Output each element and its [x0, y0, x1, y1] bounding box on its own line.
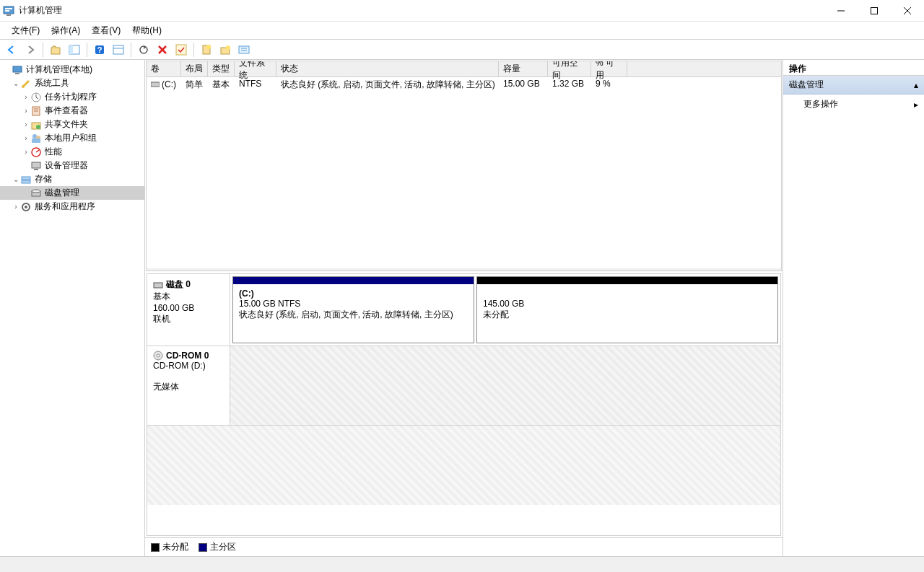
volume-free: 1.32 GB	[548, 77, 591, 92]
svg-rect-24	[13, 66, 22, 72]
services-icon	[20, 201, 32, 213]
menu-help[interactable]: 帮助(H)	[126, 22, 167, 39]
svg-rect-35	[32, 138, 40, 143]
volume-list-header: 卷 布局 类型 文件系统 状态 容量 可用空间 % 可用	[147, 61, 781, 77]
tree-label: 本地用户和组	[45, 132, 97, 144]
svg-point-26	[22, 85, 25, 88]
expand-toggle-icon[interactable]: ›	[22, 93, 30, 101]
disk-icon	[30, 188, 42, 199]
column-header[interactable]: 文件系统	[235, 61, 276, 76]
partition-size-fs: 15.00 GB NTFS	[239, 299, 468, 309]
column-header[interactable]: 可用空间	[548, 61, 591, 76]
svg-rect-39	[22, 177, 30, 180]
help-button[interactable]: ?	[91, 41, 108, 58]
expand-toggle-icon[interactable]: ›	[22, 107, 30, 115]
svg-point-42	[32, 190, 40, 193]
column-header[interactable]: 状态	[276, 61, 499, 76]
tree-shared-folders[interactable]: › 共享文件夹	[0, 118, 144, 131]
menu-bar: 文件(F) 操作(A) 查看(V) 帮助(H)	[0, 22, 924, 40]
minimize-button[interactable]	[824, 0, 858, 22]
disk-status: 无媒体	[153, 381, 224, 393]
menu-file[interactable]: 文件(F)	[6, 22, 45, 39]
disk-name-label: CD-ROM 0	[166, 351, 209, 361]
legend-label: 未分配	[162, 541, 188, 553]
actions-more[interactable]: 更多操作 ▸	[783, 94, 924, 114]
expand-toggle-icon[interactable]: ›	[22, 134, 30, 142]
tree-label: 系统工具	[35, 77, 69, 89]
tree-label: 计算机管理(本地)	[26, 63, 92, 76]
collapse-icon: ▴	[914, 80, 918, 90]
volume-list[interactable]: 卷 布局 类型 文件系统 状态 容量 可用空间 % 可用 (C:) 简单 基本 …	[147, 61, 781, 270]
svg-rect-10	[69, 45, 73, 54]
volume-pct: 9 %	[591, 77, 627, 92]
new2-button[interactable]	[217, 41, 234, 58]
disk-type: CD-ROM (D:)	[153, 361, 224, 371]
tree-services[interactable]: › 服务和应用程序	[0, 200, 144, 214]
tree-storage[interactable]: ⌄ 存储	[0, 172, 144, 186]
tree-label: 共享文件夹	[45, 118, 88, 131]
menu-action[interactable]: 操作(A)	[45, 22, 86, 39]
partition-name: (C:)	[239, 289, 468, 299]
menu-view[interactable]: 查看(V)	[86, 22, 126, 39]
volume-name: (C:)	[162, 79, 176, 89]
volume-layout: 简单	[181, 77, 208, 92]
partition-c[interactable]: (C:) 15.00 GB NTFS 状态良好 (系统, 启动, 页面文件, 活…	[232, 276, 474, 343]
new-button[interactable]	[198, 41, 215, 58]
refresh-button[interactable]	[135, 41, 152, 58]
volume-status: 状态良好 (系统, 启动, 页面文件, 活动, 故障转储, 主分区)	[276, 77, 499, 92]
drive-icon	[151, 80, 160, 89]
app-icon	[3, 5, 14, 17]
disk-name-label: 磁盘 0	[166, 278, 191, 291]
column-header[interactable]: 卷	[147, 61, 181, 76]
show-hide-tree-button[interactable]	[66, 41, 83, 58]
column-header[interactable]: 类型	[208, 61, 235, 76]
svg-rect-37	[32, 162, 40, 168]
disk-row[interactable]: 磁盘 0 基本 160.00 GB 联机 (C:) 15.00 GB NTFS …	[147, 274, 780, 346]
disk-management-view: 卷 布局 类型 文件系统 状态 容量 可用空间 % 可用 (C:) 简单 基本 …	[145, 60, 783, 556]
svg-rect-3	[6, 14, 11, 16]
column-header[interactable]: 布局	[181, 61, 208, 76]
tree-label: 任务计划程序	[45, 91, 97, 103]
check-button[interactable]	[173, 41, 190, 58]
column-header[interactable]: 容量	[499, 61, 548, 76]
collapse-toggle-icon[interactable]: ⌄	[12, 175, 20, 183]
maximize-button[interactable]	[858, 0, 891, 22]
actions-section-disk-management[interactable]: 磁盘管理 ▴	[783, 76, 924, 94]
tree-event-viewer[interactable]: › 事件查看器	[0, 104, 144, 118]
disk-type: 基本	[153, 291, 224, 303]
volume-fs: NTFS	[235, 77, 276, 92]
svg-rect-45	[151, 82, 160, 87]
tree-performance[interactable]: › 性能	[0, 145, 144, 159]
partition-size: 145.00 GB	[483, 299, 772, 309]
collapse-toggle-icon[interactable]: ⌄	[12, 79, 20, 87]
tree-device-manager[interactable]: 设备管理器	[0, 159, 144, 172]
tree-system-tools[interactable]: ⌄ 系统工具	[0, 76, 144, 90]
properties-button[interactable]	[110, 41, 127, 58]
partition-header-primary	[233, 277, 474, 284]
tree-task-scheduler[interactable]: › 任务计划程序	[0, 90, 144, 104]
tree-disk-management[interactable]: 磁盘管理	[0, 186, 144, 200]
partition-header-unallocated	[477, 277, 777, 284]
tree-label: 存储	[35, 173, 52, 185]
tree-local-users[interactable]: › 本地用户和组	[0, 131, 144, 145]
up-button[interactable]	[47, 41, 64, 58]
legend-primary: 主分区	[199, 541, 236, 553]
column-header[interactable]: % 可用	[591, 61, 627, 76]
close-button[interactable]	[891, 0, 924, 22]
computer-icon	[12, 64, 23, 76]
disk-row[interactable]: CD-ROM 0 CD-ROM (D:) 无媒体	[147, 346, 780, 426]
partition-unallocated[interactable]: 145.00 GB 未分配	[476, 276, 778, 343]
back-button[interactable]	[3, 41, 20, 58]
tree-root[interactable]: 计算机管理(本地)	[0, 63, 144, 76]
expand-toggle-icon[interactable]: ›	[12, 203, 20, 211]
svg-text:?: ?	[97, 45, 103, 54]
event-icon	[30, 105, 42, 117]
settings-button[interactable]	[235, 41, 253, 58]
svg-rect-25	[15, 73, 19, 74]
tree-label: 性能	[45, 146, 62, 158]
delete-button[interactable]	[154, 41, 171, 58]
volume-row[interactable]: (C:) 简单 基本 NTFS 状态良好 (系统, 启动, 页面文件, 活动, …	[147, 77, 781, 92]
forward-button[interactable]	[22, 41, 39, 58]
expand-toggle-icon[interactable]: ›	[22, 148, 30, 156]
expand-toggle-icon[interactable]: ›	[22, 120, 30, 128]
